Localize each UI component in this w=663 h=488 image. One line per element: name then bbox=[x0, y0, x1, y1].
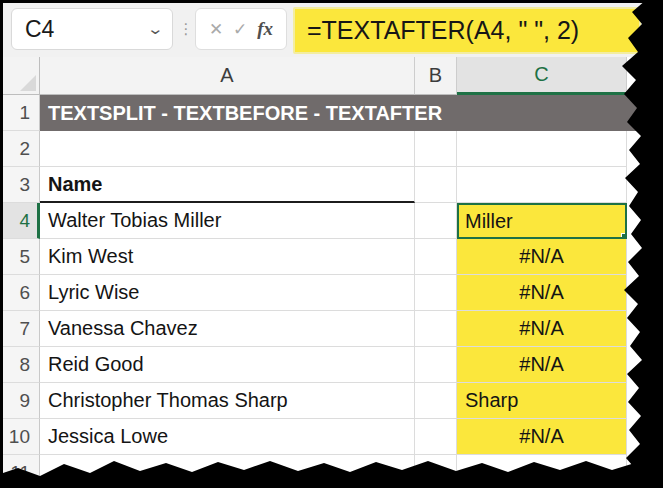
fill-handle[interactable] bbox=[621, 233, 627, 239]
row-header-2[interactable]: 2 bbox=[0, 131, 40, 167]
table-row: 9 Christopher Thomas Sharp Sharp bbox=[0, 383, 663, 419]
cell-b2[interactable] bbox=[415, 131, 457, 167]
cell-b8[interactable] bbox=[415, 347, 457, 383]
row-header-5[interactable]: 5 bbox=[0, 239, 40, 275]
select-all-button[interactable] bbox=[0, 57, 40, 95]
cell-a9[interactable]: Christopher Thomas Sharp bbox=[40, 383, 415, 419]
cell-b3[interactable] bbox=[415, 167, 457, 203]
cell-a10[interactable]: Jessica Lowe bbox=[40, 419, 415, 455]
cell-a5[interactable]: Kim West bbox=[40, 239, 415, 275]
column-header-a[interactable]: A bbox=[40, 57, 415, 95]
cell-b4[interactable] bbox=[415, 203, 457, 239]
cell-c3[interactable] bbox=[457, 167, 627, 203]
screenshot-frame: C4 ⌄ ⋮ ✕ ✓ fx =TEXTAFTER(A4, " ", 2) A B… bbox=[0, 0, 663, 488]
column-header-row: A B C bbox=[0, 57, 663, 95]
row-header-4[interactable]: 4 bbox=[0, 203, 40, 239]
name-box[interactable]: C4 ⌄ bbox=[11, 8, 173, 50]
spreadsheet-grid: A B C 1 TEXTSPLIT - TEXTBEFORE - TEXTAFT… bbox=[0, 57, 663, 488]
row-header-1[interactable]: 1 bbox=[0, 95, 40, 131]
cell-c9[interactable]: Sharp bbox=[457, 383, 627, 419]
row-11: 11 bbox=[0, 455, 663, 488]
cell-b6[interactable] bbox=[415, 275, 457, 311]
cell-c5[interactable]: #N/A bbox=[457, 239, 627, 275]
row-2: 2 bbox=[0, 131, 663, 167]
formula-toolbar: C4 ⌄ ⋮ ✕ ✓ fx =TEXTAFTER(A4, " ", 2) bbox=[3, 3, 663, 57]
cell-a1-title[interactable]: TEXTSPLIT - TEXTBEFORE - TEXTAFTER bbox=[40, 95, 663, 131]
cell-a11[interactable] bbox=[40, 455, 415, 488]
cell-c4-selected[interactable]: Miller bbox=[457, 203, 627, 239]
row-3: 3 Name bbox=[0, 167, 663, 203]
formula-bar[interactable]: =TEXTAFTER(A4, " ", 2) bbox=[293, 7, 641, 54]
column-header-c[interactable]: C bbox=[457, 57, 627, 95]
column-header-b[interactable]: B bbox=[415, 57, 457, 95]
cell-b9[interactable] bbox=[415, 383, 457, 419]
cell-b11[interactable] bbox=[415, 455, 457, 488]
cell-a8[interactable]: Reid Good bbox=[40, 347, 415, 383]
row-header-10[interactable]: 10 bbox=[0, 419, 40, 455]
toolbar-separator-icon: ⋮ bbox=[179, 3, 193, 55]
cell-c11[interactable] bbox=[457, 455, 627, 488]
cell-c10[interactable]: #N/A bbox=[457, 419, 627, 455]
table-row: 8 Reid Good #N/A bbox=[0, 347, 663, 383]
insert-function-icon[interactable]: fx bbox=[257, 18, 273, 40]
cell-b7[interactable] bbox=[415, 311, 457, 347]
select-all-triangle-icon bbox=[20, 75, 36, 91]
formula-text: =TEXTAFTER(A4, " ", 2) bbox=[307, 16, 579, 45]
cell-c7[interactable]: #N/A bbox=[457, 311, 627, 347]
cell-c8[interactable]: #N/A bbox=[457, 347, 627, 383]
row-header-11[interactable]: 11 bbox=[0, 455, 40, 488]
table-row: 10 Jessica Lowe #N/A bbox=[0, 419, 663, 455]
table-row: 7 Vanessa Chavez #N/A bbox=[0, 311, 663, 347]
table-row: 4 Walter Tobias Miller Miller bbox=[0, 203, 663, 239]
chevron-down-icon[interactable]: ⌄ bbox=[147, 20, 165, 38]
cell-c6[interactable]: #N/A bbox=[457, 275, 627, 311]
name-box-value: C4 bbox=[25, 16, 54, 43]
cell-b10[interactable] bbox=[415, 419, 457, 455]
row-1: 1 TEXTSPLIT - TEXTBEFORE - TEXTAFTER bbox=[0, 95, 663, 131]
cell-b5[interactable] bbox=[415, 239, 457, 275]
cell-a4[interactable]: Walter Tobias Miller bbox=[40, 203, 415, 239]
table-row: 5 Kim West #N/A bbox=[0, 239, 663, 275]
row-header-9[interactable]: 9 bbox=[0, 383, 40, 419]
cancel-icon[interactable]: ✕ bbox=[209, 19, 223, 40]
cell-a6[interactable]: Lyric Wise bbox=[40, 275, 415, 311]
formula-buttons: ✕ ✓ fx bbox=[195, 8, 287, 50]
row-header-3[interactable]: 3 bbox=[0, 167, 40, 203]
row-header-8[interactable]: 8 bbox=[0, 347, 40, 383]
cell-a7[interactable]: Vanessa Chavez bbox=[40, 311, 415, 347]
row-header-7[interactable]: 7 bbox=[0, 311, 40, 347]
table-row: 6 Lyric Wise #N/A bbox=[0, 275, 663, 311]
row-header-6[interactable]: 6 bbox=[0, 275, 40, 311]
cell-c2[interactable] bbox=[457, 131, 627, 167]
cell-a2[interactable] bbox=[40, 131, 415, 167]
confirm-icon[interactable]: ✓ bbox=[233, 19, 247, 40]
cell-a3-name-header[interactable]: Name bbox=[40, 167, 415, 203]
